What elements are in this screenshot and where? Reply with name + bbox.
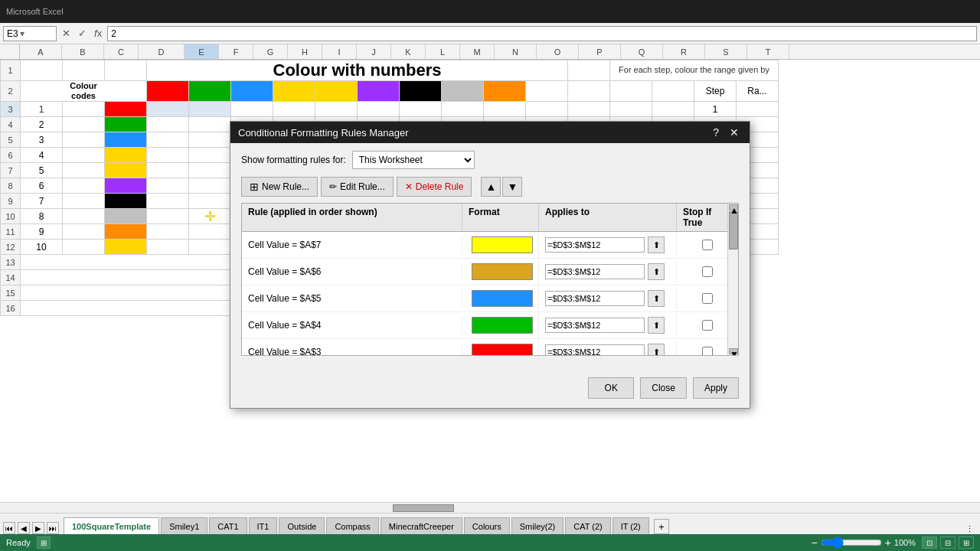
cell-d8[interactable] [147, 178, 189, 194]
col-header-r[interactable]: R [663, 44, 705, 59]
close-dialog-button[interactable]: Close [640, 377, 687, 399]
cell-b9[interactable] [63, 194, 105, 209]
rules-scrollbar[interactable]: ▲ ▼ [727, 204, 738, 355]
cell-a6[interactable]: 4 [21, 148, 63, 163]
cell-k3[interactable] [442, 102, 484, 117]
cell-q3[interactable]: 1 [694, 102, 737, 117]
cell-e12[interactable] [189, 240, 231, 255]
cell-o3[interactable] [610, 102, 652, 117]
rule-4-range-btn[interactable]: ⬆ [648, 317, 665, 334]
rule-5-applies-input[interactable] [545, 344, 645, 356]
cell-d12[interactable] [147, 240, 189, 255]
scroll-down-arrow[interactable]: ▼ [729, 348, 738, 354]
new-rule-btn[interactable]: ⊞ New Rule... [241, 177, 318, 197]
tab-100squaretemplate[interactable]: 100SquareTemplate [64, 517, 159, 534]
col-header-d[interactable]: D [139, 44, 185, 59]
col-header-n[interactable]: N [495, 44, 537, 59]
cell-g3[interactable] [273, 102, 315, 117]
col-header-t[interactable]: T [747, 44, 789, 59]
cell-d6[interactable] [147, 148, 189, 163]
col-header-b[interactable]: B [62, 44, 104, 59]
rule-4-applies-input[interactable] [545, 318, 645, 333]
cell-ref-dropdown[interactable]: ▾ [20, 28, 24, 39]
zoom-slider[interactable] [821, 536, 882, 549]
rule-3-range-btn[interactable]: ⬆ [648, 290, 665, 307]
rule-1-applies-input[interactable] [545, 237, 645, 253]
cell-d10[interactable] [147, 209, 189, 224]
rule-3-stop-checkbox[interactable] [702, 293, 713, 304]
cell-d5[interactable] [147, 132, 189, 148]
col-header-a[interactable]: A [20, 44, 62, 59]
cell-a9[interactable]: 7 [21, 194, 63, 209]
page-layout-btn[interactable]: ⊟ [940, 536, 956, 549]
cell-a11[interactable]: 9 [21, 224, 63, 240]
cell-e4[interactable] [189, 117, 231, 132]
cell-e3[interactable] [189, 102, 231, 117]
cell-m3[interactable] [526, 102, 568, 117]
h-scroll-track[interactable] [3, 504, 977, 512]
cell-e7[interactable] [189, 163, 231, 178]
horizontal-scrollbar[interactable] [0, 502, 980, 513]
dialog-close-btn[interactable]: ✕ [727, 126, 742, 139]
rule-1-range-btn[interactable]: ⬆ [648, 236, 665, 253]
cell-e11[interactable] [189, 224, 231, 240]
cell-l3[interactable] [484, 102, 526, 117]
cell-b3[interactable] [63, 102, 105, 117]
cell-j3[interactable] [400, 102, 442, 117]
tab-outside[interactable]: Outside [279, 517, 325, 534]
cell-a12[interactable]: 10 [21, 240, 63, 255]
tab-cat1[interactable]: CAT1 [209, 517, 247, 534]
cell-r3[interactable] [737, 102, 779, 117]
rule-2-applies-input[interactable] [545, 264, 645, 279]
tab-minecraftcreeper[interactable]: MinecraftCreeper [381, 517, 462, 534]
rule-4-stop-checkbox[interactable] [702, 320, 713, 331]
scroll-up-arrow[interactable]: ▲ [729, 204, 738, 210]
col-header-s[interactable]: S [705, 44, 747, 59]
rule-5-stop-checkbox[interactable] [702, 347, 713, 356]
tab-options-icon[interactable]: ⋮ [965, 524, 974, 534]
tab-nav-next[interactable]: ▶ [32, 522, 44, 534]
cell-d11[interactable] [147, 224, 189, 240]
cell-a7[interactable]: 5 [21, 163, 63, 178]
cell-b4[interactable] [63, 117, 105, 132]
rule-2-stop-checkbox[interactable] [702, 266, 713, 277]
tab-it2[interactable]: IT (2) [612, 517, 649, 534]
cell-b11[interactable] [63, 224, 105, 240]
tab-colours[interactable]: Colours [464, 517, 510, 534]
cell-b5[interactable] [63, 132, 105, 148]
cell-a3[interactable]: 1 [21, 102, 63, 117]
cell-n1[interactable] [568, 60, 610, 81]
cell-b8[interactable] [63, 178, 105, 194]
show-rules-dropdown[interactable]: This Worksheet [352, 151, 475, 169]
col-header-q[interactable]: Q [621, 44, 663, 59]
col-header-l[interactable]: L [426, 44, 460, 59]
h-scroll-thumb[interactable] [393, 504, 454, 512]
cell-d9[interactable] [147, 194, 189, 209]
col-header-h[interactable]: H [288, 44, 322, 59]
delete-rule-btn[interactable]: ✕ Delete Rule [397, 177, 472, 197]
cell-a4[interactable]: 2 [21, 117, 63, 132]
add-sheet-btn[interactable]: + [654, 519, 669, 534]
col-header-j[interactable]: J [357, 44, 391, 59]
cell-c1[interactable] [105, 60, 147, 81]
cell-e10[interactable]: ✛ [189, 209, 231, 224]
formula-input[interactable] [107, 26, 977, 41]
cell-a1[interactable] [21, 60, 63, 81]
page-break-btn[interactable]: ⊞ [959, 536, 974, 549]
move-down-btn[interactable]: ▼ [502, 177, 522, 197]
cell-a10[interactable]: 8 [21, 209, 63, 224]
edit-rule-btn[interactable]: ✏ Edit Rule... [321, 177, 394, 197]
cell-n2[interactable] [568, 81, 610, 102]
dialog-help-btn[interactable]: ? [710, 126, 722, 139]
cell-f3[interactable] [231, 102, 273, 117]
cell-o2[interactable] [610, 81, 652, 102]
apply-button[interactable]: Apply [693, 377, 739, 399]
col-header-p[interactable]: P [579, 44, 621, 59]
tab-nav-first[interactable]: ⏮ [3, 522, 15, 534]
normal-view-btn[interactable]: ⊡ [922, 536, 937, 549]
rule-5-range-btn[interactable]: ⬆ [648, 344, 665, 356]
cell-n3[interactable] [568, 102, 610, 117]
cell-p3[interactable] [652, 102, 694, 117]
cell-b6[interactable] [63, 148, 105, 163]
rule-3-applies-input[interactable] [545, 291, 645, 306]
